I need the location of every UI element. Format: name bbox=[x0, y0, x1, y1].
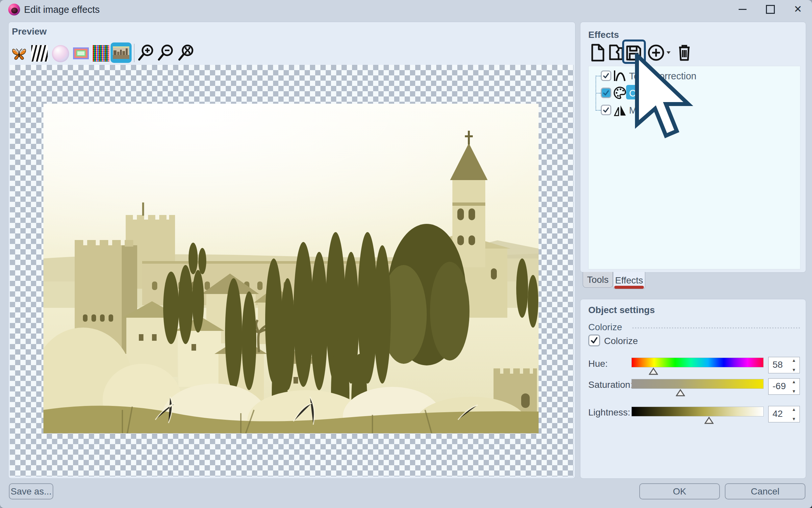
preview-panel-title: Preview bbox=[12, 26, 47, 37]
minimize-icon bbox=[738, 9, 747, 10]
mouse-cursor-arrow bbox=[633, 53, 696, 145]
title-bar[interactable]: Edit image effects ✕ bbox=[0, 0, 812, 19]
close-button[interactable]: ✕ bbox=[788, 2, 807, 16]
toolbar-separator bbox=[134, 44, 135, 62]
effect-checkbox-colorize[interactable] bbox=[601, 88, 611, 98]
mirror-icon bbox=[613, 103, 626, 117]
hue-value-input[interactable] bbox=[772, 359, 790, 370]
colorize-checkbox-label[interactable]: Colorize bbox=[604, 336, 638, 346]
saturation-slider-marker[interactable] bbox=[676, 389, 685, 397]
zoom-in-icon bbox=[138, 44, 155, 62]
colorize-checkbox[interactable] bbox=[588, 335, 600, 346]
bubble-thumbnail[interactable] bbox=[52, 45, 68, 61]
maximize-button[interactable] bbox=[761, 2, 780, 16]
saturation-spin-down-icon[interactable]: ▼ bbox=[792, 389, 796, 394]
lightness-label: Lightness: bbox=[588, 407, 630, 418]
hue-spin-up-icon[interactable]: ▲ bbox=[792, 358, 796, 363]
zoom-out-icon bbox=[157, 44, 174, 62]
saturation-label: Saturation: bbox=[588, 380, 633, 390]
butterfly-thumbnail[interactable] bbox=[11, 45, 27, 61]
palette-icon bbox=[613, 86, 626, 99]
zebra-pattern-icon bbox=[31, 45, 48, 61]
tree-line bbox=[595, 76, 601, 76]
bubble-icon bbox=[52, 45, 69, 62]
rgb-grid-icon bbox=[93, 45, 109, 61]
ok-label: OK bbox=[673, 486, 686, 497]
zebra-thumbnail[interactable] bbox=[31, 45, 48, 61]
group-divider bbox=[632, 327, 800, 329]
tree-line bbox=[595, 93, 601, 93]
butterfly-icon bbox=[11, 45, 27, 61]
hue-label: Hue: bbox=[588, 358, 608, 369]
alhambra-mini-photo bbox=[113, 46, 129, 59]
lightness-slider[interactable] bbox=[631, 407, 764, 417]
check-icon bbox=[590, 336, 598, 344]
close-icon: ✕ bbox=[794, 4, 802, 14]
hue-slider[interactable] bbox=[631, 357, 764, 368]
new-effect-list-button[interactable] bbox=[589, 43, 607, 62]
saturation-slider[interactable] bbox=[631, 379, 764, 389]
active-tab-underline bbox=[614, 286, 644, 289]
hue-slider-marker[interactable] bbox=[649, 368, 658, 375]
check-icon bbox=[603, 73, 609, 79]
colorize-group-label: Colorize bbox=[588, 322, 622, 333]
rgb-grid-thumbnail[interactable] bbox=[93, 45, 109, 61]
zoom-in-button[interactable] bbox=[138, 44, 155, 62]
tree-line bbox=[595, 110, 601, 111]
minimize-button[interactable] bbox=[733, 2, 752, 16]
effect-checkbox-tonal-correction[interactable] bbox=[601, 71, 611, 81]
zoom-out-button[interactable] bbox=[157, 44, 174, 62]
check-icon bbox=[603, 107, 609, 113]
lightness-slider-marker[interactable] bbox=[704, 417, 714, 424]
edit-image-effects-dialog: Edit image effects ✕ Preview bbox=[0, 0, 812, 508]
lightness-value-input[interactable] bbox=[772, 408, 790, 419]
saturation-spin-up-icon[interactable]: ▲ bbox=[792, 379, 796, 384]
saturation-value-input[interactable] bbox=[772, 381, 790, 392]
check-icon bbox=[603, 90, 609, 96]
tab-tools[interactable]: Tools bbox=[583, 272, 613, 288]
frame-thumbnail[interactable] bbox=[73, 45, 90, 61]
lightness-spin-down-icon[interactable]: ▼ bbox=[792, 417, 796, 421]
saturation-spinbox[interactable]: ▲▼ bbox=[768, 378, 800, 395]
zoom-fit-button[interactable] bbox=[178, 44, 195, 62]
hue-spinbox[interactable]: ▲▼ bbox=[768, 357, 800, 373]
app-icon bbox=[8, 4, 20, 15]
cancel-button[interactable]: Cancel bbox=[725, 483, 805, 500]
dialog-title: Edit image effects bbox=[24, 4, 100, 15]
lightness-spinbox[interactable]: ▲▼ bbox=[768, 406, 800, 422]
maximize-icon bbox=[766, 5, 775, 14]
preview-image[interactable] bbox=[43, 104, 538, 433]
object-settings-title: Object settings bbox=[588, 305, 655, 315]
tab-effects-label: Effects bbox=[615, 275, 643, 286]
new-document-icon bbox=[589, 43, 605, 62]
effect-checkbox-mirror[interactable] bbox=[601, 105, 611, 115]
effects-panel-title: Effects bbox=[588, 30, 619, 40]
zoom-fit-icon bbox=[178, 44, 195, 62]
tab-tools-label: Tools bbox=[587, 274, 608, 285]
lightness-spin-up-icon[interactable]: ▲ bbox=[792, 407, 796, 412]
save-as-button[interactable]: Save as... bbox=[9, 483, 53, 500]
transparency-checkerboard[interactable] bbox=[10, 65, 573, 476]
ok-button[interactable]: OK bbox=[639, 483, 720, 500]
alhambra-thumbnail[interactable] bbox=[110, 42, 132, 63]
save-as-label: Save as... bbox=[10, 486, 52, 497]
frame-icon bbox=[73, 47, 89, 59]
tonal-curve-icon bbox=[613, 69, 626, 82]
cancel-label: Cancel bbox=[751, 486, 779, 497]
hue-spin-down-icon[interactable]: ▼ bbox=[792, 368, 796, 372]
